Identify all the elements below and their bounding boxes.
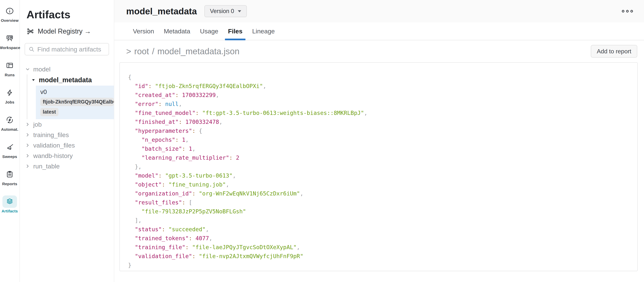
tree-item-model-metadata[interactable]: model_metadata: [27, 74, 114, 86]
sidebar-item-automations[interactable]: Automat.: [0, 114, 20, 132]
chevron-right-icon: [25, 153, 30, 158]
tab-usage[interactable]: Usage: [195, 22, 223, 40]
tab-lineage[interactable]: Lineage: [247, 22, 280, 40]
code-line: "learning_rate_multiplier": 2: [128, 153, 629, 162]
info-icon: [2, 5, 17, 17]
search-icon: [28, 46, 35, 52]
chevron-down-icon: [238, 10, 241, 12]
code-line: "id": "ftjob-Zkn5rqfERGQy3f4QEalbOPXi",: [128, 82, 629, 91]
code-line: "finished_at": 1700332478,: [128, 117, 629, 126]
tab-label: Files: [228, 28, 242, 35]
code-line: "fine_tuned_model": "ft:gpt-3.5-turbo-06…: [128, 109, 629, 117]
code-line: "error": null,: [128, 100, 629, 109]
code-line: ],: [128, 216, 629, 225]
json-code: { "id": "ftjob-Zkn5rqfERGQy3f4QEalbOPXi"…: [128, 73, 629, 270]
tree-item-label: wandb-history: [33, 152, 73, 159]
broom-icon: [2, 141, 17, 153]
breadcrumb: > root / model_metadata.json: [126, 46, 240, 56]
tree-item-version-v0[interactable]: v0: [36, 87, 114, 97]
tree-item-training-files[interactable]: training_files: [20, 130, 114, 140]
code-line: "n_epochs": 1,: [128, 135, 629, 144]
chevron-right-icon: [25, 132, 30, 137]
tree-item-model[interactable]: model: [20, 64, 114, 74]
workspace-icon: [2, 32, 17, 44]
tree-item-label: job: [33, 121, 42, 128]
code-line: "file-79l328JzP2P5pZV5NoBFLGsh": [128, 207, 629, 216]
breadcrumb-separator: /: [152, 46, 154, 56]
code-line: "model": "gpt-3.5-turbo-0613",: [128, 171, 629, 180]
code-line: "trained_tokens": 4077,: [128, 234, 629, 243]
code-line: "created_at": 1700332299,: [128, 91, 629, 100]
chevron-right-icon: [25, 164, 30, 169]
tree-item-job[interactable]: job: [20, 119, 114, 130]
table-icon: [2, 59, 17, 72]
code-line: "hyperparameters": {: [128, 126, 629, 135]
tab-files[interactable]: Files: [223, 22, 247, 40]
sidebar-item-overview[interactable]: Overview: [0, 5, 20, 23]
lightning-icon: [2, 86, 17, 99]
chevron-right-icon: [25, 143, 30, 148]
sidebar-item-reports[interactable]: Reports: [0, 168, 20, 186]
code-line: "status": "succeeded",: [128, 225, 629, 234]
json-file-viewer: { "id": "ftjob-Zkn5rqfERGQy3f4QEalbOPXi"…: [120, 62, 638, 271]
breadcrumb-root-link[interactable]: root: [134, 46, 149, 56]
breadcrumb-caret: >: [126, 46, 131, 56]
sidebar-item-label: Jobs: [5, 100, 14, 104]
code-line: "result_files": [: [128, 198, 629, 207]
artifact-search-box[interactable]: [25, 43, 109, 55]
artifact-tree: model model_metadata v0 ftjob-Zkn5rqfERG…: [20, 64, 114, 171]
alias-row-ftjob[interactable]: ftjob-Zkn5rqfERGQy3f4QEalbOPXi: [36, 97, 114, 107]
automation-icon: [2, 114, 17, 126]
artifact-header: model_metadata Version 0: [114, 0, 644, 22]
main-content: model_metadata Version 0 Version Metadat…: [114, 0, 644, 282]
sidebar-item-label: Reports: [2, 182, 17, 186]
sidebar-item-label: Runs: [5, 73, 14, 77]
tab-bar: Version Metadata Usage Files Lineage: [114, 22, 644, 40]
sidebar-item-label: Artifacts: [2, 209, 18, 213]
code-line: "object": "fine_tuning.job",: [128, 180, 629, 189]
ellipsis-icon: [621, 9, 634, 14]
version-dropdown[interactable]: Version 0: [204, 5, 247, 17]
tree-item-run-table[interactable]: run_table: [20, 161, 114, 171]
sidebar-item-artifacts[interactable]: Artifacts: [0, 196, 20, 213]
overflow-menu-button[interactable]: [621, 9, 634, 14]
tree-item-label: validation_files: [33, 142, 75, 149]
tab-label: Version: [133, 28, 154, 35]
add-to-report-button[interactable]: Add to report: [591, 45, 637, 58]
code-line: {: [128, 73, 629, 82]
sidebar-item-label: Workspace: [0, 45, 20, 50]
tree-item-label: model_metadata: [39, 76, 92, 84]
sidebar-item-workspace[interactable]: Workspace: [0, 32, 20, 50]
chevron-down-icon: [25, 67, 30, 72]
tree-item-label: training_files: [33, 131, 69, 139]
alias-row-latest[interactable]: latest: [36, 107, 114, 117]
triangle-down-icon: [31, 78, 36, 82]
tab-label: Metadata: [164, 28, 190, 35]
alias-pill-latest: latest: [40, 108, 58, 116]
tab-metadata[interactable]: Metadata: [159, 22, 195, 40]
version-label: v0: [40, 88, 47, 95]
file-breadcrumb-row: > root / model_metadata.json Add to repo…: [114, 40, 644, 62]
search-input[interactable]: [37, 46, 105, 53]
tree-group-model: model_metadata v0 ftjob-Zkn5rqfERGQy3f4Q…: [27, 74, 114, 119]
nav-rail: Overview Workspace Runs Jobs Automat.: [0, 0, 20, 282]
chevron-right-icon: [25, 122, 30, 127]
version-dropdown-label: Version 0: [210, 8, 234, 14]
code-line: "organization_id": "org-WnF2wEqNkV1Nj65C…: [128, 189, 629, 198]
sidebar-item-sweeps[interactable]: Sweeps: [0, 141, 20, 159]
sidebar-item-label: Overview: [1, 18, 19, 23]
breadcrumb-filename: model_metadata.json: [157, 46, 240, 56]
tab-version[interactable]: Version: [128, 22, 159, 40]
artifact-title: model_metadata: [126, 6, 197, 16]
code-line: "training_file": "file-laeJPQyJTgvcSoDtO…: [128, 243, 629, 252]
tree-item-label: run_table: [33, 163, 60, 170]
sidebar-item-runs[interactable]: Runs: [0, 59, 20, 77]
tree-item-wandb-history[interactable]: wandb-history: [20, 151, 114, 161]
model-registry-icon: [26, 27, 34, 35]
sidebar-item-label: Automat.: [1, 127, 18, 132]
sidebar-item-jobs[interactable]: Jobs: [0, 86, 20, 104]
tree-item-validation-files[interactable]: validation_files: [20, 140, 114, 151]
alias-pill-ftjob: ftjob-Zkn5rqfERGQy3f4QEalbOPXi: [40, 98, 114, 106]
model-registry-link[interactable]: Model Registry →: [26, 27, 107, 35]
app-window: Overview Workspace Runs Jobs Automat.: [0, 0, 644, 282]
